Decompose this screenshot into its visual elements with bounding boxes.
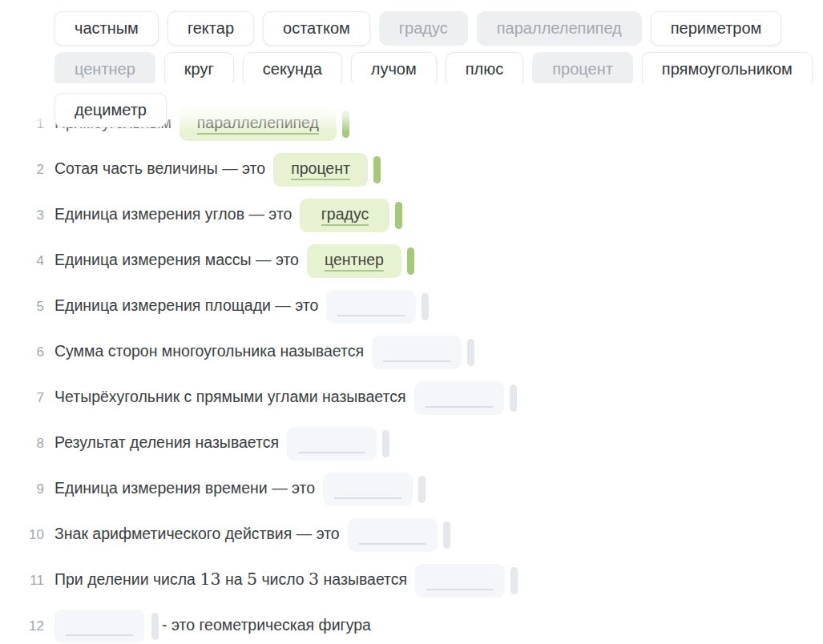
question-number: 7 bbox=[22, 390, 44, 406]
question-number-literal: 13 bbox=[200, 570, 220, 589]
slot-status-bar bbox=[418, 476, 426, 503]
question-number: 8 bbox=[22, 436, 44, 452]
question-text: Результат деления называется bbox=[54, 433, 279, 451]
word-chip[interactable]: дециметр bbox=[54, 93, 167, 127]
answer-slot-filled[interactable]: градус bbox=[300, 199, 389, 232]
question-number: 11 bbox=[22, 573, 44, 589]
answer-word: центнер bbox=[325, 251, 384, 272]
word-chip[interactable]: частным bbox=[54, 11, 159, 46]
word-bank-panel: частнымгектаростаткомградуспараллелепипе… bbox=[0, 0, 823, 87]
question-list: 1Прямоугольнымпараллелепипед2Сотая часть… bbox=[0, 107, 823, 643]
answer-slot-empty[interactable] bbox=[372, 336, 462, 369]
question-text: число bbox=[257, 570, 309, 588]
slot-status-bar bbox=[510, 567, 518, 594]
word-chip[interactable]: круг bbox=[164, 52, 234, 87]
word-chip[interactable]: плюс bbox=[446, 52, 524, 87]
question-text: Единица измерения массы — это bbox=[54, 251, 299, 268]
answer-slot-empty[interactable] bbox=[326, 290, 416, 324]
answer-slot-empty[interactable] bbox=[414, 381, 504, 415]
question-text: на bbox=[220, 570, 246, 588]
question-number: 3 bbox=[22, 207, 44, 223]
word-chip: центнер bbox=[54, 52, 155, 87]
question-text: называется bbox=[319, 570, 407, 588]
slot-status-bar bbox=[407, 248, 414, 275]
word-chip[interactable]: периметром bbox=[651, 11, 782, 46]
word-chip[interactable]: остатком bbox=[263, 11, 370, 46]
question-number: 10 bbox=[22, 527, 44, 543]
question-number: 12 bbox=[22, 618, 44, 634]
answer-slot-filled[interactable]: центнер bbox=[307, 244, 401, 278]
question-number: 6 bbox=[22, 344, 44, 360]
slot-status-bar bbox=[467, 339, 474, 366]
question-number-literal: 3 bbox=[309, 570, 319, 589]
question-row: 4Единица измерения массы — этоцентнер bbox=[22, 244, 823, 278]
answer-slot-filled[interactable]: процент bbox=[273, 153, 368, 187]
question-row: 9Единица измерения времени — это bbox=[22, 472, 823, 506]
word-chip: процент bbox=[532, 52, 633, 87]
question-row: 8Результат деления называется bbox=[22, 426, 823, 461]
question-row: 10Знак арифметического действия — это bbox=[22, 517, 823, 552]
slot-status-bar bbox=[443, 521, 450, 549]
word-chip[interactable]: лучом bbox=[351, 52, 437, 87]
question-number: 9 bbox=[22, 481, 44, 497]
answer-slot-empty[interactable] bbox=[323, 473, 413, 506]
question-row: 11При делении числа 13 на 5 число 3 назы… bbox=[22, 563, 823, 598]
question-number: 4 bbox=[22, 253, 44, 269]
slot-status-bar bbox=[510, 384, 517, 412]
answer-word: градус bbox=[321, 205, 369, 226]
question-row: 12- это геометрическая фигура bbox=[22, 609, 823, 643]
question-sentence: Единица измерения массы — этоцентнер bbox=[54, 244, 418, 278]
question-sentence: - это геометрическая фигура bbox=[54, 610, 371, 643]
question-number: 2 bbox=[22, 162, 44, 178]
answer-slot-empty[interactable] bbox=[287, 427, 377, 461]
word-bank-row-2: центнеркругсекундалучомплюспроцентпрямоу… bbox=[54, 52, 799, 87]
question-sentence: При делении числа 13 на 5 число 3 называ… bbox=[54, 564, 521, 598]
word-chip[interactable]: прямоугольником bbox=[642, 52, 813, 87]
question-number-literal: 5 bbox=[247, 570, 257, 589]
exercise-page: частнымгектаростаткомградуспараллелепипе… bbox=[0, 0, 823, 644]
question-row: 5Единица измерения площади — это bbox=[22, 289, 823, 324]
slot-status-bar bbox=[373, 156, 381, 183]
question-sentence: Знак арифметического действия — это bbox=[54, 518, 454, 552]
question-row: 2Сотая часть величины — этопроцент bbox=[22, 152, 823, 187]
question-text: Сумма сторон многоугольника называется bbox=[54, 342, 364, 360]
word-chip: параллелепипед bbox=[477, 11, 642, 46]
slot-status-bar bbox=[395, 202, 402, 229]
question-text: Сотая часть величины — это bbox=[54, 159, 265, 177]
word-chip[interactable]: гектар bbox=[167, 11, 254, 46]
answer-word: процент bbox=[291, 159, 350, 180]
question-row: 3Единица измерения углов — этоградус bbox=[22, 198, 823, 232]
question-text: - это геометрическая фигура bbox=[162, 616, 371, 634]
question-sentence: Четырёхугольник с прямыми углами называе… bbox=[54, 381, 520, 415]
question-row: 7Четырёхугольник с прямыми углами называ… bbox=[22, 380, 823, 415]
slot-status-bar bbox=[151, 613, 159, 640]
question-text: Единица измерения площади — это bbox=[54, 296, 318, 314]
word-bank: частнымгектаростаткомградуспараллелепипе… bbox=[0, 0, 823, 127]
question-text: Единица измерения времени — это bbox=[54, 479, 315, 497]
slot-status-bar bbox=[382, 430, 389, 457]
question-sentence: Результат деления называется bbox=[54, 427, 393, 461]
question-text: Единица измерения углов — это bbox=[54, 205, 292, 223]
question-sentence: Единица измерения времени — это bbox=[54, 473, 429, 506]
question-sentence: Сумма сторон многоугольника называется bbox=[54, 336, 478, 369]
word-chip: градус bbox=[379, 11, 468, 46]
slot-status-bar bbox=[422, 293, 429, 320]
word-bank-row-1: частнымгектаростаткомградуспараллелепипе… bbox=[54, 11, 799, 46]
question-sentence: Сотая часть величины — этопроцент bbox=[54, 153, 384, 187]
word-chip[interactable]: секунда bbox=[243, 52, 342, 87]
answer-slot-empty[interactable] bbox=[54, 610, 144, 643]
question-sentence: Единица измерения площади — это bbox=[54, 290, 432, 324]
question-number: 5 bbox=[22, 299, 44, 315]
answer-slot-empty[interactable] bbox=[415, 564, 505, 598]
answer-slot-empty[interactable] bbox=[348, 518, 438, 552]
question-row: 6Сумма сторон многоугольника называется bbox=[22, 335, 823, 369]
word-bank-row-3: дециметр bbox=[0, 93, 823, 127]
question-text: Четырёхугольник с прямыми углами называе… bbox=[54, 388, 406, 405]
question-text: При делении числа bbox=[54, 570, 200, 588]
question-text: Знак арифметического действия — это bbox=[54, 525, 340, 542]
question-sentence: Единица измерения углов — этоградус bbox=[54, 199, 405, 232]
